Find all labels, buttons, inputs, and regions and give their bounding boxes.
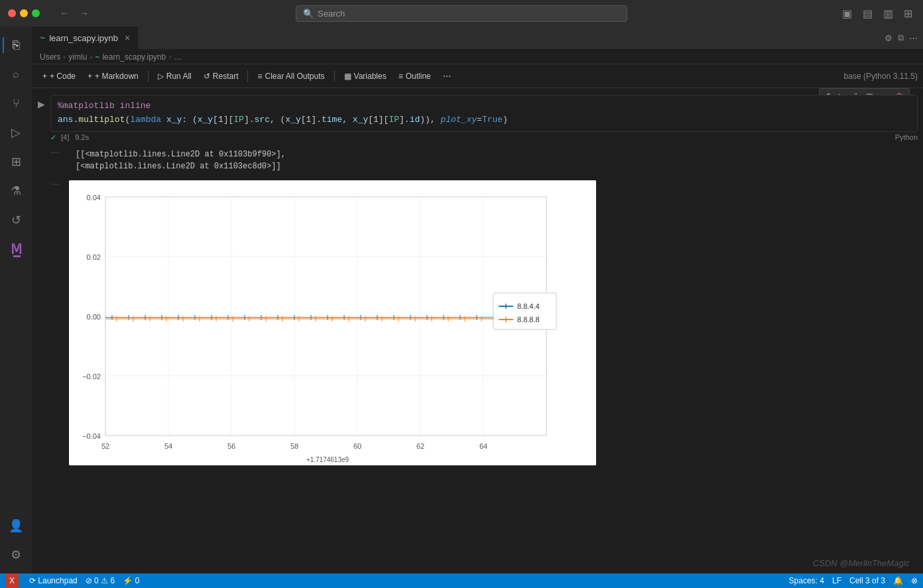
layout-icon-3[interactable]: ▥: [881, 6, 896, 21]
statusbar-cell-info[interactable]: Cell 3 of 3: [849, 576, 885, 585]
code-bracket2: ].: [244, 115, 255, 125]
statusbar-port[interactable]: ⊗: [911, 576, 918, 585]
legend-label-2: 8.8.8.8: [517, 316, 540, 323]
statusbar-noconfig[interactable]: ⚡ 0: [123, 576, 139, 585]
outline-icon: ≡: [399, 72, 403, 81]
code-bracket5: ].: [399, 115, 410, 125]
traffic-lights: [8, 9, 40, 17]
extensions-icon: ⊞: [11, 154, 21, 169]
cell-run-button[interactable]: ▶: [32, 95, 50, 109]
statusbar-right: Spaces: 4 LF Cell 3 of 3 🔔 ⊗: [789, 576, 918, 585]
cell-status-right: Python: [895, 133, 918, 141]
breadcrumb-yimlu[interactable]: yimlu: [68, 52, 87, 62]
notebook-toolbar: + + Code + + Markdown ▷ Run All ↺ Restar…: [32, 64, 923, 88]
layout-icon-1[interactable]: ▣: [839, 6, 855, 21]
run-all-icon: ▷: [158, 72, 164, 81]
output-line-1: [[<matplotlib.lines.Line2D at 0x1103b9f9…: [76, 148, 286, 160]
minimize-button[interactable]: [20, 9, 28, 17]
layout-icon-4[interactable]: ⊞: [901, 6, 915, 21]
code-editor[interactable]: %matplotlib inline ans.multiplot(lambda …: [50, 95, 918, 132]
statusbar-spaces[interactable]: Spaces: 4: [789, 576, 824, 585]
sidebar-item-extensions[interactable]: ⊞: [3, 148, 29, 175]
legend-label-1: 8.8.4.4: [517, 302, 540, 310]
code-ip-1: IP: [233, 115, 244, 125]
more-actions-icon[interactable]: ⋯: [909, 33, 918, 43]
code-var-ans: ans: [58, 115, 73, 125]
plot-svg: 0.04 0.02 0.00 −0.02 −0.04 52 54 56 58 6…: [69, 180, 596, 465]
more-toolbar-button[interactable]: ⋯: [438, 69, 456, 84]
breadcrumb-filename[interactable]: learn_scapy.ipynb: [102, 52, 166, 62]
restart-icon: ↺: [204, 72, 210, 81]
maximize-button[interactable]: [32, 9, 40, 17]
sidebar-item-files[interactable]: ⎘: [3, 32, 29, 58]
clear-all-label: Clear All Outputs: [265, 72, 325, 81]
run-all-label: Run All: [166, 72, 192, 81]
split-editor-icon[interactable]: ⧉: [898, 32, 904, 43]
add-markdown-button[interactable]: + + Markdown: [82, 69, 144, 84]
statusbar-errors[interactable]: ⊘ 0 ⚠ 6: [86, 576, 115, 585]
code-kw-lambda: lambda: [130, 115, 161, 125]
variables-icon: ▦: [344, 72, 351, 81]
code-eq: =: [477, 115, 482, 125]
close-button[interactable]: [8, 9, 16, 17]
tab-label: learn_scapy.ipynb: [49, 33, 118, 43]
nav-back-button[interactable]: ←: [56, 5, 73, 21]
toolbar-right: base (Python 3.11.5): [844, 72, 918, 81]
variables-button[interactable]: ▦ Variables: [339, 69, 392, 84]
code-true: True: [482, 115, 503, 125]
code-paren2: )),: [420, 115, 440, 125]
add-markdown-label: + Markdown: [95, 72, 139, 81]
search-icon: ⌕: [13, 68, 19, 80]
x-label-56: 56: [227, 442, 235, 450]
sidebar-item-settings[interactable]: ⚙: [3, 542, 29, 568]
code-comma: , (: [270, 115, 285, 125]
sidebar-item-source-control[interactable]: ⑂: [3, 90, 29, 117]
code-cell-wrapper: ▶ %matplotlib inline ans.multiplot(lambd…: [32, 93, 923, 145]
kernel-label[interactable]: base (Python 3.11.5): [844, 72, 918, 81]
breadcrumb-more[interactable]: …: [174, 52, 182, 62]
notebook-icon: ~: [40, 32, 45, 43]
statusbar: X ⟳ Launchpad ⊘ 0 ⚠ 6 ⚡ 0 Spaces: 4 LF C…: [0, 573, 923, 588]
clear-all-button[interactable]: ≡ Clear All Outputs: [252, 69, 330, 84]
run-all-button[interactable]: ▷ Run All: [153, 69, 197, 84]
statusbar-notifications[interactable]: 🔔: [893, 576, 903, 585]
check-icon: ✓: [50, 133, 56, 141]
breadcrumb-users[interactable]: Users: [40, 52, 60, 62]
settings-icon: ⚙: [11, 548, 21, 562]
sidebar-item-merlins[interactable]: M̲: [3, 236, 29, 263]
code-colon: : (: [182, 115, 197, 125]
tab-learn-scapy[interactable]: ~ learn_scapy.ipynb ×: [32, 27, 139, 49]
restart-button[interactable]: ↺ Restart: [198, 69, 244, 84]
outline-button[interactable]: ≡ Outline: [393, 69, 436, 84]
search-bar[interactable]: 🔍 Search: [296, 5, 627, 22]
sidebar-item-search[interactable]: ⌕: [3, 61, 29, 88]
statusbar-line-ending[interactable]: LF: [832, 576, 841, 585]
variables-label: Variables: [354, 72, 387, 81]
nav-forward-button[interactable]: →: [76, 5, 93, 21]
legend-box: [493, 293, 556, 329]
code-bracket3: [1].: [301, 115, 322, 125]
breadcrumb-sep-1: ›: [63, 52, 66, 62]
sidebar-item-run-debug[interactable]: ▷: [3, 119, 29, 146]
sidebar-item-remote[interactable]: ↺: [3, 207, 29, 233]
x-label-60: 60: [353, 442, 361, 450]
code-bracket1: [1][: [213, 115, 233, 125]
code-var-xy3: x_y: [285, 115, 300, 125]
statusbar-launchpad[interactable]: ⟳ Launchpad: [29, 576, 78, 585]
sidebar-item-test[interactable]: ⚗: [3, 178, 29, 204]
output-toggle[interactable]: ⋯: [50, 146, 69, 157]
search-placeholder: Search: [318, 9, 345, 19]
plot-toggle[interactable]: ⋯: [50, 178, 69, 189]
merlins-icon: M̲: [11, 241, 22, 257]
cell-status-bar: ✓ [4] 9.2s Python: [50, 132, 923, 143]
add-code-button[interactable]: + + Code: [37, 69, 81, 84]
statusbar-x-button[interactable]: X: [5, 573, 19, 588]
settings-icon-tab[interactable]: ⚙: [885, 33, 892, 43]
tab-close-button[interactable]: ×: [125, 32, 130, 43]
y-label-neg0.02: −0.02: [82, 373, 101, 381]
code-bracket4: [1][: [368, 115, 389, 125]
layout-icon-2[interactable]: ▤: [860, 6, 875, 21]
run-debug-icon: ▷: [11, 125, 21, 140]
code-attr-time: time: [322, 115, 342, 125]
sidebar-item-account[interactable]: 👤: [3, 512, 29, 539]
